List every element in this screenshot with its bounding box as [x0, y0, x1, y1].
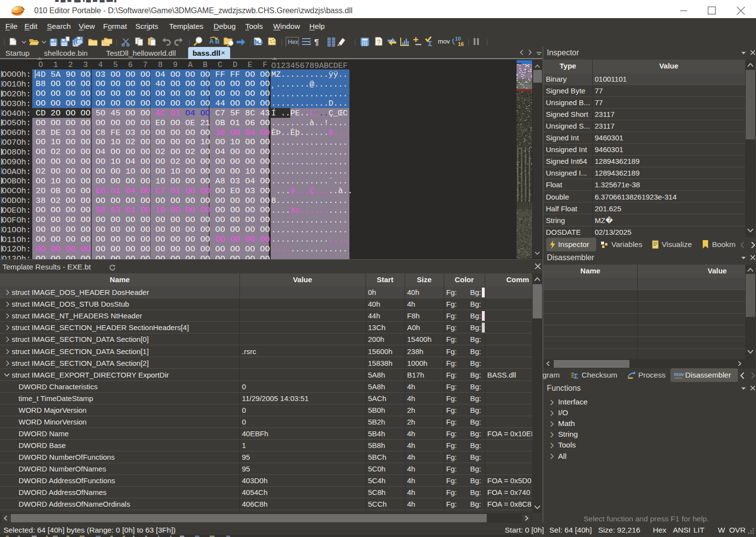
svg-text:¶: ¶	[314, 38, 319, 47]
svg-text:?: ?	[377, 38, 381, 46]
svg-text:A: A	[209, 38, 214, 45]
svg-text:mov: mov	[674, 372, 684, 377]
svg-text:mov: mov	[438, 38, 450, 45]
svg-text:Hex: Hex	[288, 39, 298, 45]
svg-text:Σ: Σ	[574, 372, 578, 380]
